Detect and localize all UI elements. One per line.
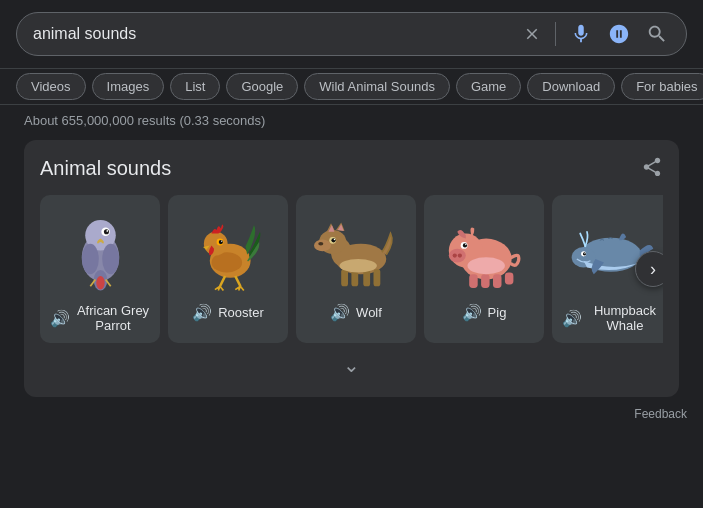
- svg-line-17: [220, 276, 225, 286]
- animal-image-pig: [439, 205, 529, 295]
- sound-icon-pig: 🔊: [462, 303, 482, 322]
- tab-videos[interactable]: Videos: [16, 73, 86, 100]
- svg-point-32: [331, 238, 335, 242]
- svg-rect-47: [504, 272, 513, 284]
- search-icon[interactable]: [644, 21, 670, 47]
- svg-point-6: [103, 229, 108, 234]
- svg-point-2: [81, 243, 98, 274]
- sound-icon-wolf: 🔊: [330, 303, 350, 322]
- feedback-link[interactable]: Feedback: [634, 407, 687, 421]
- tab-wild-animal-sounds[interactable]: Wild Animal Sounds: [304, 73, 450, 100]
- expand-button[interactable]: ⌄: [343, 353, 360, 377]
- svg-point-13: [203, 231, 227, 255]
- feedback-row: Feedback: [0, 401, 703, 427]
- tab-game[interactable]: Game: [456, 73, 521, 100]
- animal-card-rooster[interactable]: 🔊 Rooster: [168, 195, 288, 343]
- expand-row: ⌄: [40, 343, 663, 381]
- animal-sounds-card: Animal sounds: [24, 140, 679, 397]
- svg-point-38: [448, 248, 465, 262]
- svg-point-34: [318, 242, 323, 245]
- animal-image-rooster: [183, 205, 273, 295]
- svg-rect-23: [373, 269, 380, 286]
- svg-point-35: [339, 259, 376, 273]
- search-bar-container: [0, 0, 703, 69]
- tab-download[interactable]: Download: [527, 73, 615, 100]
- results-count: About 655,000,000 results (0.33 seconds): [0, 105, 703, 136]
- svg-point-42: [462, 243, 466, 247]
- svg-point-3: [102, 243, 119, 274]
- animal-name-whale: 🔊 Humpback Whale: [562, 303, 662, 333]
- svg-point-43: [465, 243, 466, 244]
- svg-rect-46: [493, 274, 502, 288]
- tab-for-babies[interactable]: For babies: [621, 73, 703, 100]
- tab-list[interactable]: List: [170, 73, 220, 100]
- sound-icon-whale: 🔊: [562, 309, 582, 328]
- animal-card-wolf[interactable]: 🔊 Wolf: [296, 195, 416, 343]
- animal-name-parrot: 🔊 African Grey Parrot: [50, 303, 150, 333]
- share-button[interactable]: [641, 156, 663, 181]
- chevron-right-icon: ›: [650, 259, 656, 280]
- animal-name-wolf: 🔊 Wolf: [330, 303, 382, 322]
- animal-name-rooster: 🔊 Rooster: [192, 303, 264, 322]
- clear-icon[interactable]: [521, 23, 543, 45]
- filter-tabs: Videos Images List Google Wild Animal So…: [0, 69, 703, 105]
- svg-point-7: [106, 230, 108, 232]
- svg-point-48: [467, 257, 504, 274]
- svg-point-26: [314, 239, 331, 251]
- sound-icon-rooster: 🔊: [192, 303, 212, 322]
- svg-rect-45: [481, 274, 490, 288]
- animal-name-pig: 🔊 Pig: [462, 303, 507, 322]
- svg-point-52: [582, 252, 585, 255]
- search-divider: [555, 22, 556, 46]
- search-icons: [521, 21, 670, 47]
- animal-image-wolf: [311, 205, 401, 295]
- next-arrow-button[interactable]: ›: [635, 251, 663, 287]
- search-bar: [16, 12, 687, 56]
- lens-icon[interactable]: [606, 21, 632, 47]
- chevron-down-icon: ⌄: [343, 354, 360, 376]
- animal-card-pig[interactable]: 🔊 Pig: [424, 195, 544, 343]
- svg-point-39: [452, 253, 456, 257]
- search-input[interactable]: [33, 25, 511, 43]
- animal-card-parrot[interactable]: 🔊 African Grey Parrot: [40, 195, 160, 343]
- svg-line-18: [235, 276, 240, 286]
- svg-point-33: [333, 238, 334, 239]
- svg-point-8: [96, 276, 105, 290]
- svg-point-15: [218, 239, 222, 243]
- card-header: Animal sounds: [40, 156, 663, 181]
- animal-image-parrot: [55, 205, 145, 295]
- svg-point-53: [584, 252, 585, 253]
- animals-scroll: 🔊 African Grey Parrot: [40, 195, 663, 343]
- mic-icon[interactable]: [568, 21, 594, 47]
- sound-icon-parrot: 🔊: [50, 309, 70, 328]
- svg-rect-44: [469, 274, 478, 288]
- svg-point-40: [457, 253, 461, 257]
- tab-google[interactable]: Google: [226, 73, 298, 100]
- svg-rect-20: [341, 269, 348, 286]
- card-title: Animal sounds: [40, 157, 171, 180]
- tab-images[interactable]: Images: [92, 73, 165, 100]
- svg-point-16: [221, 240, 222, 241]
